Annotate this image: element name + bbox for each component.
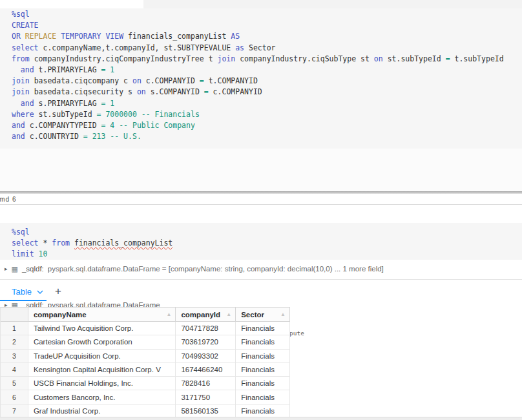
sql-cell-1: %sqlCREATEOR REPLACE TEMPORARY VIEW fina… [0,0,522,191]
code-editor-1[interactable]: %sqlCREATEOR REPLACE TEMPORARY VIEW fina… [12,9,522,142]
row-number-cell: 6 [1,390,28,403]
sql-cell-2: %sqlselect * from financials_companyList… [0,223,522,260]
table-row: 1Tailwind Two Acquisition Corp.704717828… [1,322,290,335]
code-line[interactable]: and t.PRIMARYFLAG = 1 [12,65,522,76]
row-number-cell: 7 [1,404,28,417]
table-cell: Financials [236,404,290,417]
table-cell: Kensington Capital Acquisition Corp. V [28,363,176,376]
table-cell: 704993302 [176,350,236,362]
row-number-cell: 3 [1,350,28,362]
cmd-number-label: Cmd 6 [0,196,16,203]
column-header-sector[interactable]: Sector ▲ [236,308,290,321]
table-cell: 1674466240 [176,363,236,376]
code-line[interactable]: %sql [12,9,522,20]
code-line[interactable]: join basedata.ciqsecurity s on s.COMPANY… [12,87,522,98]
cmd-label-row: Cmd 6 [0,194,522,205]
table-cell: Financials [236,335,290,348]
row-number-cell: 5 [1,377,28,390]
sort-icon[interactable]: ▲ [226,311,231,317]
table-row: 7Graf Industrial Corp.581560135Financial… [1,404,290,418]
active-tab-underline [0,300,47,301]
top-white-patch [0,0,143,8]
row-number-header [1,308,28,321]
table-cell: 7828416 [176,377,236,390]
table-cell: 581560135 [176,404,236,417]
code-line[interactable]: and c.COUNTRYID = 213 -- U.S. [12,131,522,142]
row-number-cell: 4 [1,363,28,376]
code-line[interactable]: limit 10 [12,249,522,260]
dataframe-schema: pyspark.sql.dataframe.DataFrame = [compa… [48,265,384,273]
table-cell: Financials [236,363,290,376]
top-strip [0,0,522,8]
table-icon: ▦ [12,266,18,273]
sqldf-label: _sqldf: [22,265,44,273]
table-cell: Customers Bancorp, Inc. [28,390,176,403]
column-header-companyid[interactable]: companyId ▲ [176,308,236,321]
table-header-row: companyName ▲ companyId ▲ Sector ▲ [1,308,290,322]
code-line[interactable]: and c.COMPANYTYPEID = 4 -- Public Compan… [12,120,522,131]
table-cell: 703619720 [176,335,236,348]
code-line[interactable]: CREATE [12,20,522,31]
code-line[interactable]: and s.PRIMARYFLAG = 1 [12,98,522,109]
table-cell: Graf Industrial Corp. [28,404,176,417]
dataframe-result-line-2[interactable]: ▸ ▦ _sqldf: pyspark.sql.dataframe.DataFr… [5,265,384,273]
table-row: 5USCB Financial Holdings, Inc.7828416Fin… [1,377,290,390]
code-line[interactable]: %sql [12,227,522,238]
tab-table-label: Table [12,287,32,297]
table-row: 4Kensington Capital Acquisition Corp. V1… [1,363,290,377]
sort-icon[interactable]: ▲ [280,311,286,317]
table-row: 6Customers Bancorp, Inc.3171750Financial… [1,390,290,404]
table-cell: Financials [236,322,290,335]
code-line[interactable]: OR REPLACE TEMPORARY VIEW financials_com… [12,31,522,42]
table-cell: Tailwind Two Acquisition Corp. [28,322,176,335]
row-number-cell: 2 [1,335,28,348]
table-body: 1Tailwind Two Acquisition Corp.704717828… [1,322,290,418]
column-header-companyname[interactable]: companyName ▲ [28,308,176,321]
table-cell: 3171750 [176,390,236,403]
cell-1-output: ▸ ▦ _sqldf: pyspark.sql.dataframe.DataFr… [0,149,522,191]
code-line[interactable]: from companyIndustry.ciqCompanyIndustryT… [12,54,522,65]
chevron-down-icon[interactable] [37,290,43,294]
code-editor-2[interactable]: %sqlselect * from financials_companyList… [12,227,522,260]
table-cell: 704717828 [176,322,236,335]
code-line[interactable]: select * from financials_companyList [12,238,522,249]
sort-icon[interactable]: ▲ [166,311,171,317]
table-cell: Financials [236,390,290,403]
table-cell: TradeUP Acquisition Corp. [28,350,176,362]
add-visualization-button[interactable]: + [55,285,61,298]
table-row: 2Cartesian Growth Corporation703619720Fi… [1,335,290,349]
tab-table[interactable]: Table [12,287,43,297]
table-cell: Financials [236,377,290,390]
cmd-divider: Cmd 6 [0,191,522,205]
table-cell: USCB Financial Holdings, Inc. [28,377,176,390]
table-cell: Financials [236,350,290,362]
code-line[interactable]: select c.companyName,t.companyId, st.SUB… [12,43,522,54]
expander-triangle-icon[interactable]: ▸ [5,266,8,272]
row-number-cell: 1 [1,322,28,335]
code-line[interactable]: join basedata.ciqcompany c on c.COMPANYI… [12,76,522,87]
code-line[interactable]: where st.subTypeId = 7000000 -- Financia… [12,109,522,120]
result-table: companyName ▲ companyId ▲ Sector ▲ 1Tail… [0,307,290,418]
results-separator [0,279,522,280]
bottom-strip [0,417,522,420]
table-row: 3TradeUP Acquisition Corp.704993302Finan… [1,350,290,363]
table-cell: Cartesian Growth Corporation [28,335,176,348]
